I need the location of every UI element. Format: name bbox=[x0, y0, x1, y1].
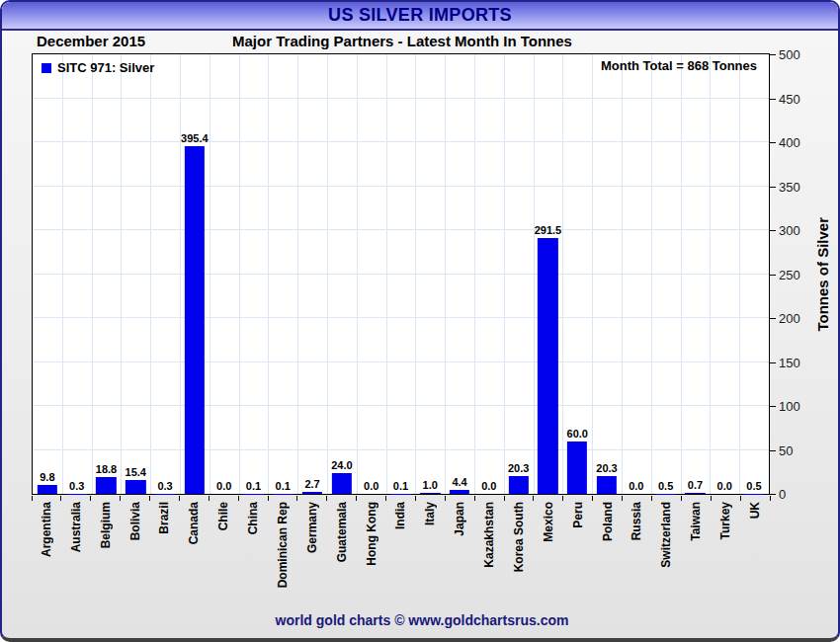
x-label-slot: Brazil bbox=[150, 502, 180, 615]
x-tick-mark bbox=[445, 496, 446, 501]
x-label-slot: India bbox=[386, 502, 416, 615]
x-tick-mark bbox=[238, 496, 239, 501]
x-label-slot: Canada bbox=[179, 502, 209, 615]
y-tick-label: 150 bbox=[779, 355, 800, 369]
y-tick-mark bbox=[770, 362, 776, 363]
bar-value-label: 18.8 bbox=[96, 463, 117, 475]
bar-value-label: 60.0 bbox=[567, 428, 588, 440]
bar-value-label: 0.0 bbox=[717, 480, 732, 492]
title-bar: US SILVER IMPORTS bbox=[2, 2, 838, 31]
x-tick-mark bbox=[740, 496, 741, 501]
y-tick-mark bbox=[770, 318, 776, 319]
x-label-mexico: Mexico bbox=[543, 502, 554, 542]
bar-slot: 9.8 bbox=[33, 54, 62, 494]
page-title: US SILVER IMPORTS bbox=[328, 5, 512, 26]
bar-value-label: 1.0 bbox=[423, 479, 438, 491]
y-tick-mark bbox=[770, 275, 776, 276]
y-tick-label: 400 bbox=[779, 135, 800, 150]
x-label-russia: Russia bbox=[630, 502, 642, 540]
x-label-slot: Russia bbox=[623, 502, 652, 615]
bar-value-label: 2.7 bbox=[304, 478, 319, 490]
bar-value-label: 0.7 bbox=[688, 479, 703, 491]
x-label-guatemala: Guatemala bbox=[336, 502, 348, 562]
x-tick-mark bbox=[326, 496, 327, 501]
y-tick-label: 100 bbox=[779, 399, 800, 414]
y-tick-mark bbox=[770, 99, 776, 100]
x-label-peru: Peru bbox=[572, 502, 584, 528]
bar-slot: 0.5 bbox=[739, 54, 769, 494]
bar-slot: 20.3 bbox=[504, 54, 534, 494]
bar-value-label: 0.0 bbox=[481, 480, 496, 492]
x-label-chile: Chile bbox=[217, 502, 229, 530]
x-tick-mark bbox=[681, 496, 682, 501]
x-label-argentina: Argentina bbox=[41, 502, 52, 557]
x-tick-mark bbox=[711, 496, 712, 501]
bar-value-label: 24.0 bbox=[331, 459, 352, 471]
bar-slot: 0.5 bbox=[651, 54, 681, 494]
bar-value-label: 15.4 bbox=[126, 466, 146, 478]
y-tick-label: 250 bbox=[779, 267, 800, 281]
bar-slot: 0.0 bbox=[622, 54, 651, 494]
bar-value-label: 0.1 bbox=[246, 480, 261, 492]
bar-canada bbox=[185, 146, 205, 494]
x-label-taiwan: Taiwan bbox=[690, 502, 702, 541]
y-axis: 050100150200250300350400450500 bbox=[770, 53, 809, 495]
x-label-germany: Germany bbox=[306, 502, 318, 553]
x-label-korea-south: Korea South bbox=[513, 502, 525, 572]
bar-value-label: 0.0 bbox=[216, 480, 231, 492]
bar-slot: 24.0 bbox=[327, 54, 357, 494]
bar-slot: 0.0 bbox=[474, 54, 504, 494]
x-label-slot: UK bbox=[740, 502, 770, 615]
x-tick-mark bbox=[120, 496, 121, 501]
x-label-switzerland: Switzerland bbox=[660, 502, 672, 568]
y-tick-label: 0 bbox=[779, 487, 786, 502]
x-tick-mark bbox=[149, 496, 150, 501]
y-tick-label: 500 bbox=[779, 47, 800, 62]
bar-value-label: 20.3 bbox=[508, 462, 529, 474]
y-tick-mark bbox=[770, 494, 776, 495]
legend-label: SITC 971: Silver bbox=[57, 60, 154, 75]
bar-poland bbox=[597, 476, 617, 494]
x-axis-labels: ArgentinaAustraliaBelgiumBoliviaBrazilCa… bbox=[32, 502, 770, 615]
x-label-italy: Italy bbox=[424, 502, 436, 525]
bar-germany bbox=[302, 492, 322, 494]
bar-value-label: 0.0 bbox=[364, 480, 378, 492]
y-tick-mark bbox=[770, 230, 776, 231]
bar-slot: 0.7 bbox=[681, 54, 711, 494]
bar-value-label: 395.4 bbox=[181, 132, 209, 144]
y-tick-mark bbox=[770, 54, 776, 55]
x-label-slot: Australia bbox=[61, 502, 91, 615]
y-tick-label: 450 bbox=[779, 91, 800, 106]
bar-value-label: 0.1 bbox=[276, 480, 291, 492]
bar-slot: 0.3 bbox=[62, 54, 92, 494]
x-label-slot: Mexico bbox=[534, 502, 563, 615]
x-label-slot: China bbox=[238, 502, 268, 615]
bar-slot: 0.1 bbox=[268, 54, 297, 494]
x-tick-mark bbox=[504, 496, 505, 501]
bar-slot: 0.1 bbox=[239, 54, 269, 494]
bar-value-label: 0.1 bbox=[393, 480, 408, 492]
x-label-slot: Switzerland bbox=[651, 502, 681, 615]
x-tick-mark bbox=[592, 496, 593, 501]
x-label-slot: Chile bbox=[209, 502, 238, 615]
x-label-slot: Taiwan bbox=[681, 502, 711, 615]
x-label-slot: Germany bbox=[297, 502, 327, 615]
bar-slot: 0.0 bbox=[710, 54, 739, 494]
month-total-annotation: Month Total = 868 Tonnes bbox=[601, 58, 757, 73]
bar-value-label: 0.0 bbox=[629, 480, 643, 492]
y-tick-label: 300 bbox=[779, 223, 800, 238]
plot-area: 9.80.318.815.40.3395.40.00.10.12.724.00.… bbox=[32, 53, 770, 495]
y-axis-title-wrap: Tonnes of Silver bbox=[808, 53, 836, 495]
bar-slot: 1.0 bbox=[415, 54, 445, 494]
bar-bolivia bbox=[126, 480, 145, 494]
x-label-hong-kong: Hong Kong bbox=[366, 502, 378, 566]
bar-slot: 0.1 bbox=[386, 54, 416, 494]
bar-value-label: 20.3 bbox=[596, 462, 617, 474]
bar-value-label: 9.8 bbox=[40, 471, 54, 483]
x-label-slot: Bolivia bbox=[121, 502, 150, 615]
x-tick-mark bbox=[474, 496, 475, 501]
x-tick-mark bbox=[268, 496, 269, 501]
bar-value-label: 0.3 bbox=[157, 480, 172, 492]
x-label-canada: Canada bbox=[188, 502, 200, 544]
bar-slot: 18.8 bbox=[92, 54, 122, 494]
